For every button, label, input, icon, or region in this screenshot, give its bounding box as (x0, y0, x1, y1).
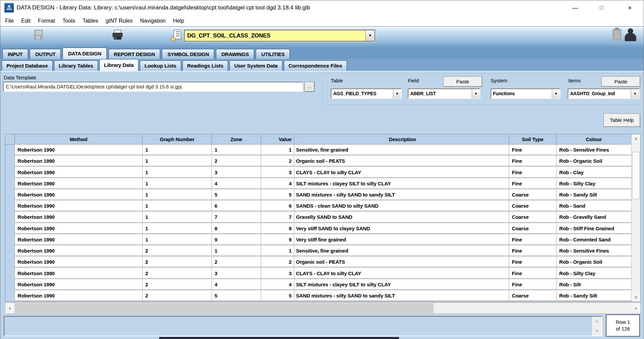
col-header-value[interactable]: Value (261, 134, 294, 144)
menu-tools[interactable]: Tools (59, 18, 79, 24)
grid-cell[interactable]: 5 (212, 290, 261, 301)
grid-cell[interactable]: 2 (143, 245, 212, 256)
grid-cell[interactable]: 8 (261, 223, 294, 234)
tab-drawings[interactable]: DRAWINGS (216, 49, 254, 59)
grid-cell[interactable]: Robertson 1990 (15, 178, 143, 189)
row-selector[interactable] (5, 212, 15, 222)
grid-cell[interactable]: Fine (509, 268, 556, 278)
subtab-library-tables[interactable]: Library Tables (54, 60, 98, 71)
row-selector[interactable] (5, 167, 15, 177)
grid-cell[interactable]: 1 (143, 201, 212, 211)
grid-cell[interactable]: SAND mixtures - silty SAND to sandy SILT (294, 189, 509, 200)
grid-cell[interactable]: Robertson 1990 (15, 156, 143, 166)
col-header-colour[interactable]: Colour (556, 134, 631, 144)
grid-cell[interactable]: Robertson 1990 (15, 234, 143, 245)
grid-cell[interactable]: 4 (212, 178, 261, 189)
grid-cell[interactable]: Rob - Sandy Silt (556, 189, 631, 200)
grid-cell[interactable]: 4 (212, 279, 261, 290)
spinner-down-icon[interactable]: ∨ (592, 326, 602, 336)
grid-cell[interactable]: Robertson 1990 (15, 223, 143, 234)
system-dropdown[interactable]: Functions ▼ (491, 88, 561, 99)
grid-cell[interactable]: 9 (212, 234, 261, 245)
grid-cell[interactable]: 3 (212, 167, 261, 177)
grid-cell[interactable]: Robertson 1990 (15, 145, 143, 155)
table-dropdown-value[interactable]: AGS_FIELD_TYPES (331, 89, 393, 98)
grid-cell[interactable]: Rob - Cemented Sand (556, 234, 631, 245)
subtab-correspondence-files[interactable]: Correspondence Files (284, 60, 347, 71)
row-selector[interactable] (5, 245, 15, 256)
menu-tables[interactable]: Tables (79, 18, 102, 24)
tab-utilities[interactable]: UTILITIES (256, 49, 290, 59)
scroll-up-icon[interactable]: ∧ (631, 134, 640, 143)
grid-cell[interactable]: Coarse (509, 223, 556, 234)
row-selector[interactable] (5, 257, 15, 267)
grid-cell[interactable]: Rob - Gravelly Sand (556, 212, 631, 222)
grid-cell[interactable]: Rob - Organic Soil (556, 156, 631, 166)
grid-cell[interactable]: Coarse (509, 201, 556, 211)
grid-cell[interactable]: 2 (143, 257, 212, 267)
grid-cell[interactable]: Sensitive, fine grained (294, 145, 509, 155)
grid-cell[interactable]: Robertson 1990 (15, 290, 143, 301)
grid-cell[interactable]: Fine (509, 145, 556, 155)
scroll-left-icon[interactable]: ‹ (5, 303, 15, 313)
items-dropdown[interactable]: AASHTO_Group_Ind ▼ (568, 88, 640, 99)
paste-field-icon[interactable] (171, 30, 181, 41)
col-header-zone[interactable]: Zone (212, 134, 261, 144)
grid-cell[interactable]: Rob - Sand (556, 201, 631, 211)
grid-cell[interactable]: 1 (261, 145, 294, 155)
grid-cell[interactable]: 7 (261, 212, 294, 222)
table-dropdown-icon[interactable]: ▼ (393, 89, 401, 98)
data-template-input[interactable]: C:\Users\Raul.Miranda.DATGEL\Desktop\tes… (3, 82, 303, 92)
col-header-soil-type[interactable]: Soil Type (509, 134, 556, 144)
grid-cell[interactable]: SAND mixtures - silty SAND to sandy SILT (294, 290, 509, 301)
grid-cell[interactable]: 1 (212, 245, 261, 256)
grid-cell[interactable]: Sensitive, fine grained (294, 245, 509, 256)
system-dropdown-icon[interactable]: ▼ (552, 89, 560, 98)
grid-cell[interactable]: 2 (261, 156, 294, 166)
items-paste-button[interactable]: Paste (601, 76, 640, 87)
grid-cell[interactable]: Very stiff SAND to clayey SAND (294, 223, 509, 234)
report-selector-value[interactable]: DG_CPT_SOIL_CLASS_ZONES (184, 30, 366, 41)
scroll-down-icon[interactable]: ∨ (631, 293, 640, 302)
subtab-library-data[interactable]: Library Data (99, 59, 139, 71)
vertical-scroll-thumb[interactable] (632, 152, 640, 199)
menu-format[interactable]: Format (34, 18, 59, 24)
row-selector[interactable] (5, 189, 15, 200)
grid-cell[interactable]: 2 (212, 156, 261, 166)
row-selector[interactable] (5, 178, 15, 189)
field-paste-button[interactable]: Paste (443, 76, 482, 87)
grid-cell[interactable]: Robertson 1990 (15, 167, 143, 177)
grid-cell[interactable]: 2 (143, 290, 212, 301)
row-selector[interactable] (5, 290, 15, 301)
grid-cell[interactable]: 6 (261, 201, 294, 211)
row-selector[interactable] (5, 268, 15, 278)
grid-cell[interactable]: 1 (143, 145, 212, 155)
grid-cell[interactable]: Fine (509, 234, 556, 245)
grid-cell[interactable]: 3 (261, 167, 294, 177)
grid-cell[interactable]: 2 (212, 257, 261, 267)
field-dropdown-value[interactable]: ABBR_LIST (408, 89, 472, 98)
grid-cell[interactable]: Robertson 1990 (15, 245, 143, 256)
vertical-scrollbar[interactable]: ∧ ∨ (631, 134, 640, 302)
grid-cell[interactable]: 1 (143, 156, 212, 166)
grid-cell[interactable]: 2 (261, 257, 294, 267)
clipboard-icon[interactable] (613, 29, 621, 41)
system-dropdown-value[interactable]: Functions (491, 89, 552, 98)
row-selector[interactable] (5, 156, 15, 166)
items-dropdown-value[interactable]: AASHTO_Group_Ind (568, 89, 631, 98)
grid-cell[interactable]: Fine (509, 167, 556, 177)
row-selector[interactable] (5, 145, 15, 155)
grid-cell[interactable]: Coarse (509, 290, 556, 301)
grid-cell[interactable]: 3 (212, 268, 261, 278)
grid-cell[interactable]: Rob - Stiff Fine Grained (556, 223, 631, 234)
grid-cell[interactable]: 5 (261, 290, 294, 301)
col-header-graph-number[interactable]: Graph Number (143, 134, 212, 144)
grid-cell[interactable]: Fine (509, 178, 556, 189)
grid-cell[interactable]: Rob - Silty Clay (556, 178, 631, 189)
grid-cell[interactable]: Robertson 1990 (15, 257, 143, 267)
grid-cell[interactable]: 5 (212, 189, 261, 200)
spinner-up-icon[interactable]: ∧ (592, 317, 602, 326)
grid-cell[interactable]: Robertson 1990 (15, 201, 143, 211)
menu-help[interactable]: Help (169, 18, 188, 24)
subtab-user-system-data[interactable]: User System Data (229, 60, 282, 71)
